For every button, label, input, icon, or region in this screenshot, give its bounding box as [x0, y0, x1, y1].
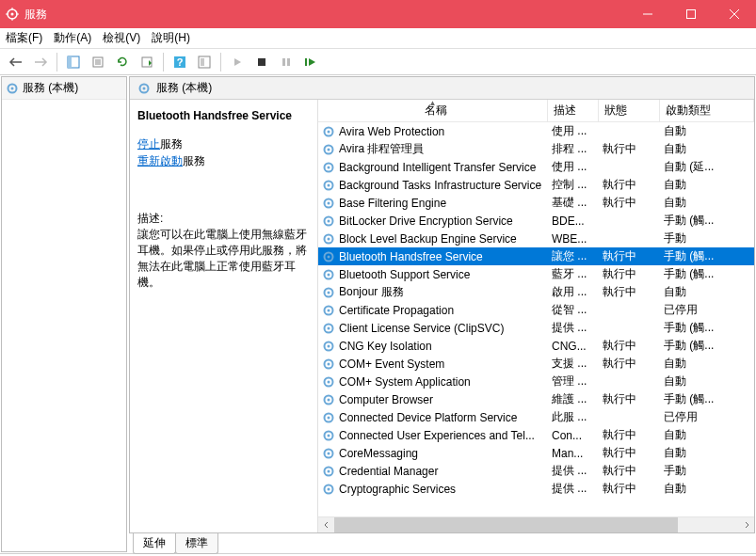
svg-rect-22 — [282, 58, 285, 66]
minimize-button[interactable] — [626, 0, 669, 28]
svg-point-56 — [328, 362, 330, 365]
service-startup: 自動 — [660, 373, 754, 389]
selected-service-name: Bluetooth Handsfree Service — [137, 109, 310, 122]
scroll-track[interactable] — [334, 517, 738, 533]
svg-point-58 — [328, 380, 330, 383]
service-list[interactable]: Avira Web Protection使用 ...自動Avira 排程管理員排… — [318, 122, 754, 516]
service-row[interactable]: COM+ System Application管理 ...自動 — [318, 373, 754, 390]
gear-icon — [137, 82, 151, 95]
service-status: 執行中 — [599, 445, 660, 461]
gear-icon — [322, 161, 335, 174]
service-row[interactable]: Background Intelligent Transfer Service使… — [318, 158, 754, 176]
forward-button[interactable] — [30, 52, 51, 72]
service-name: Background Tasks Infrastructure Service — [339, 179, 541, 192]
service-row[interactable]: CNG Key IsolationCNG...執行中手動 (觸... — [318, 337, 754, 355]
menu-action[interactable]: 動作(A) — [54, 30, 91, 46]
gear-icon — [322, 214, 335, 228]
start-service-button[interactable] — [227, 52, 248, 72]
service-row[interactable]: BitLocker Drive Encryption ServiceBDE...… — [318, 212, 754, 230]
service-startup: 手動 — [660, 230, 754, 246]
restart-service-button[interactable] — [300, 52, 321, 72]
svg-point-66 — [328, 452, 330, 454]
gear-icon — [322, 268, 335, 281]
service-row[interactable]: Bluetooth Handsfree Service讓您 ...執行中手動 (… — [318, 247, 754, 265]
service-desc: 排程 ... — [548, 141, 599, 157]
stop-service-button[interactable] — [251, 52, 272, 72]
svg-rect-20 — [201, 58, 204, 66]
menu-file[interactable]: 檔案(F) — [6, 30, 42, 46]
service-row[interactable]: Base Filtering Engine基礎 ...執行中自動 — [318, 194, 754, 212]
service-startup: 自動 — [660, 123, 754, 139]
service-status: 執行中 — [599, 463, 660, 479]
scroll-right-button[interactable] — [738, 517, 754, 533]
svg-rect-23 — [287, 58, 290, 66]
service-name: Computer Browser — [339, 393, 433, 406]
service-status: 執行中 — [599, 141, 660, 157]
description-text: 讓您可以在此電腦上使用無線藍牙耳機。如果停止或停用此服務，將無法在此電腦上正常使… — [137, 227, 310, 291]
svg-point-40 — [328, 219, 330, 222]
tree-root-label: 服務 (本機) — [23, 80, 78, 96]
service-row[interactable]: Computer Browser維護 ...執行中手動 (觸... — [318, 390, 754, 408]
service-row[interactable]: Block Level Backup Engine ServiceWBE...手… — [318, 230, 754, 247]
pause-service-button[interactable] — [276, 52, 297, 72]
tab-standard[interactable]: 標準 — [175, 533, 218, 554]
service-startup: 自動 — [660, 195, 754, 211]
gear-icon — [322, 357, 335, 371]
help-button[interactable]: ? — [169, 52, 190, 72]
preview-button[interactable] — [194, 52, 215, 72]
export-button[interactable] — [88, 52, 108, 72]
service-row[interactable]: CoreMessagingMan...執行中自動 — [318, 444, 754, 462]
scroll-left-button[interactable] — [318, 517, 334, 533]
service-row[interactable]: Credential Manager提供 ...執行中手動 — [318, 462, 754, 480]
gear-icon — [322, 179, 335, 192]
refresh-button[interactable] — [112, 52, 133, 72]
back-button[interactable] — [6, 52, 26, 72]
stop-link[interactable]: 停止 — [137, 137, 160, 151]
service-row[interactable]: Bonjour 服務啟用 ...執行中自動 — [318, 283, 754, 301]
service-name: Bluetooth Handsfree Service — [339, 250, 483, 263]
gear-icon — [6, 82, 19, 95]
column-name[interactable]: ▲名稱 — [318, 100, 548, 121]
column-status[interactable]: 狀態 — [599, 100, 660, 121]
svg-point-34 — [328, 166, 330, 168]
service-row[interactable]: Client License Service (ClipSVC)提供 ...手動… — [318, 319, 754, 337]
horizontal-scrollbar[interactable] — [318, 516, 754, 532]
service-name: CoreMessaging — [339, 447, 418, 460]
scroll-thumb[interactable] — [334, 517, 678, 533]
column-startup[interactable]: 啟動類型 — [660, 100, 754, 121]
service-desc: 控制 ... — [548, 177, 599, 193]
svg-rect-24 — [305, 58, 307, 66]
properties-button[interactable] — [137, 52, 157, 72]
svg-rect-11 — [68, 56, 72, 68]
service-row[interactable]: Certificate Propagation從智 ...已停用 — [318, 301, 754, 319]
tree-root-item[interactable]: 服務 (本機) — [2, 77, 126, 100]
service-row[interactable]: Background Tasks Infrastructure Service控… — [318, 176, 754, 194]
restart-link[interactable]: 重新啟動 — [137, 154, 183, 167]
service-desc: 啟用 ... — [548, 284, 599, 300]
service-row[interactable]: Cryptographic Services提供 ...執行中自動 — [318, 480, 754, 498]
service-startup: 手動 (觸... — [660, 338, 754, 354]
service-desc: 使用 ... — [548, 123, 599, 139]
svg-text:?: ? — [177, 56, 184, 68]
service-row[interactable]: Avira 排程管理員排程 ...執行中自動 — [318, 140, 754, 158]
navigation-tree[interactable]: 服務 (本機) — [1, 76, 127, 552]
service-row[interactable]: COM+ Event System支援 ...執行中自動 — [318, 355, 754, 373]
service-name: CNG Key Isolation — [339, 340, 432, 353]
service-row[interactable]: Connected Device Platform Service此服 ...已… — [318, 408, 754, 426]
service-status: 執行中 — [599, 284, 660, 300]
svg-point-60 — [328, 398, 330, 401]
titlebar[interactable]: 服務 — [0, 0, 756, 28]
service-name: Base Filtering Engine — [339, 197, 446, 210]
service-desc: Man... — [548, 447, 599, 460]
column-description[interactable]: 描述 — [548, 100, 599, 121]
menu-help[interactable]: 說明(H) — [152, 30, 190, 46]
service-row[interactable]: Connected User Experiences and Tel...Con… — [318, 426, 754, 444]
service-row[interactable]: Avira Web Protection使用 ...自動 — [318, 122, 754, 140]
tab-extended[interactable]: 延伸 — [133, 533, 176, 554]
show-hide-tree-button[interactable] — [63, 52, 84, 72]
menu-view[interactable]: 檢視(V) — [103, 30, 140, 46]
view-tabs: 延伸 標準 — [129, 533, 755, 552]
close-button[interactable] — [713, 0, 756, 28]
maximize-button[interactable] — [669, 0, 713, 28]
service-row[interactable]: Bluetooth Support Service藍牙 ...執行中手動 (觸.… — [318, 265, 754, 283]
